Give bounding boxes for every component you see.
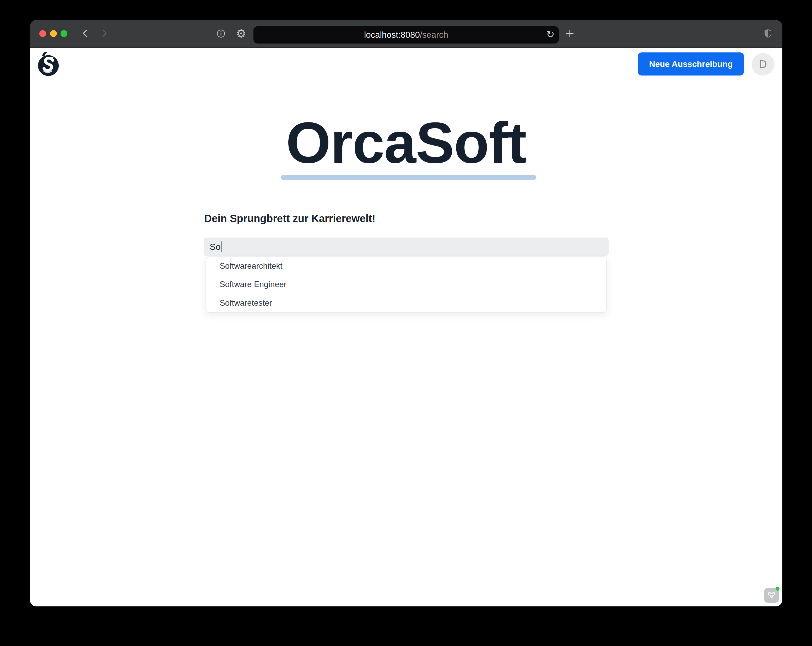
- status-dot: [775, 587, 780, 591]
- suggestion-item[interactable]: Software Engineer: [206, 275, 606, 294]
- page-info-button[interactable]: [217, 27, 226, 40]
- browser-window: ⚙ localhost:8080/search ↻: [30, 20, 782, 606]
- suggestion-item[interactable]: Softwarearchitekt: [206, 257, 606, 275]
- desktop-background: ⚙ localhost:8080/search ↻: [0, 0, 812, 646]
- address-bar[interactable]: localhost:8080/search ↻: [253, 26, 559, 44]
- user-avatar[interactable]: D: [752, 53, 774, 75]
- gear-icon: ⚙: [236, 28, 246, 39]
- url-path: /search: [420, 30, 448, 40]
- browser-titlebar: ⚙ localhost:8080/search ↻: [30, 20, 782, 48]
- text-caret: [221, 241, 222, 252]
- page-content: Neue Ausschreibung D OrcaSoft Dein Sprun…: [30, 48, 782, 606]
- chevron-left-icon: [81, 29, 89, 37]
- back-button[interactable]: [81, 30, 89, 37]
- close-window-button[interactable]: [39, 30, 46, 37]
- reload-button[interactable]: ↻: [545, 29, 556, 40]
- new-tab-button[interactable]: [565, 29, 574, 38]
- url-host: localhost:8080: [364, 30, 420, 40]
- bull-icon: [768, 592, 776, 599]
- plus-icon: [565, 29, 574, 38]
- zoom-window-button[interactable]: [61, 30, 67, 37]
- title-underline: [281, 175, 536, 180]
- orcasoft-logo[interactable]: [37, 51, 60, 76]
- new-posting-button[interactable]: Neue Ausschreibung: [638, 52, 744, 75]
- job-search-input[interactable]: So: [204, 238, 609, 256]
- privacy-shield-button[interactable]: [764, 29, 772, 38]
- avatar-initial: D: [759, 58, 767, 70]
- info-icon: [217, 29, 226, 38]
- chevron-right-icon: [101, 29, 108, 37]
- new-posting-button-label: Neue Ausschreibung: [649, 59, 733, 69]
- orca-logo-icon: [37, 51, 60, 76]
- tagline-heading: Dein Sprungbrett zur Karrierewelt!: [204, 212, 375, 224]
- page-title: OrcaSoft: [30, 114, 782, 172]
- extension-widget-button[interactable]: [764, 588, 779, 603]
- settings-button[interactable]: ⚙: [237, 27, 246, 40]
- forward-button[interactable]: [101, 30, 108, 37]
- minimize-window-button[interactable]: [50, 30, 57, 37]
- search-suggestions-dropdown: Softwarearchitekt Software Engineer Soft…: [206, 257, 607, 313]
- search-input-value: So: [210, 242, 221, 252]
- suggestion-item[interactable]: Softwaretester: [206, 294, 606, 312]
- reload-icon: ↻: [546, 29, 555, 40]
- shield-icon: [764, 29, 772, 38]
